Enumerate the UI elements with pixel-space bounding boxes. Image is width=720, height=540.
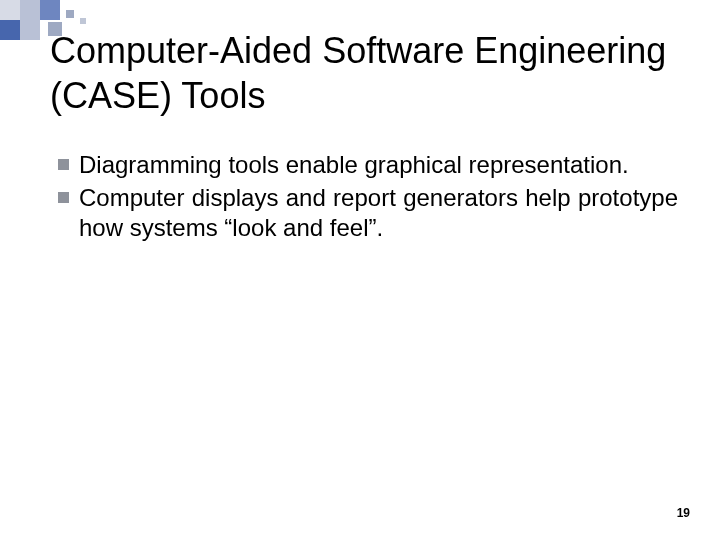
deco-square [0, 20, 20, 40]
bullet-icon [58, 192, 69, 203]
page-number: 19 [677, 506, 690, 520]
deco-square [20, 20, 40, 40]
bullet-icon [58, 159, 69, 170]
deco-square [66, 10, 74, 18]
list-item: Computer displays and report generators … [58, 183, 678, 244]
deco-square [0, 0, 20, 20]
deco-square [40, 0, 60, 20]
bullet-text: Diagramming tools enable graphical repre… [79, 150, 678, 181]
deco-square [20, 0, 40, 20]
slide-title: Computer-Aided Software Engineering (CAS… [50, 28, 680, 118]
bullet-list: Diagramming tools enable graphical repre… [58, 150, 678, 246]
deco-square [80, 18, 86, 24]
bullet-text: Computer displays and report generators … [79, 183, 678, 244]
list-item: Diagramming tools enable graphical repre… [58, 150, 678, 181]
